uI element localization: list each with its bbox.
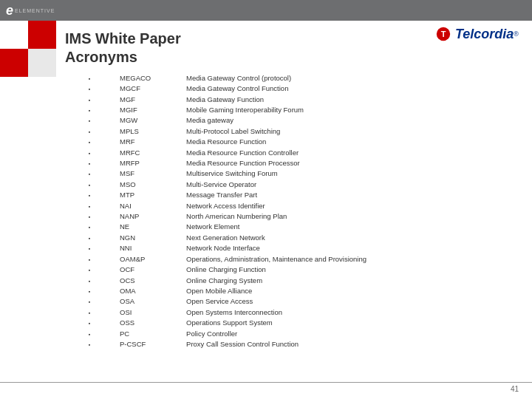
table-row: PCPolicy Controller — [65, 329, 517, 339]
bullet — [65, 83, 117, 94]
acronym-abbr: MSO — [117, 180, 183, 190]
acronym-abbr: MGCF — [117, 83, 183, 94]
logo-area: e elementive — [6, 3, 55, 18]
bullet — [65, 137, 117, 147]
acronym-abbr: NNI — [117, 244, 183, 254]
bullet — [65, 95, 117, 105]
table-row: MGIFMobile Gaming Interoperability Forum — [65, 105, 517, 115]
bullet — [65, 297, 117, 307]
table-row: MGCFMedia Gateway Control Function — [65, 83, 517, 94]
acronym-abbr: OSS — [117, 318, 183, 328]
acronym-abbr: PC — [117, 329, 183, 339]
acronym-definition: Online Charging Function — [183, 265, 517, 275]
logo-e-letter: e — [6, 3, 13, 18]
acronym-abbr: OSA — [117, 297, 183, 307]
acronym-definition: Operations Support System — [183, 318, 517, 328]
page-number: 41 — [511, 385, 519, 393]
acronym-abbr: OCS — [117, 276, 183, 286]
acronym-definition: Network Node Interface — [183, 244, 517, 254]
table-row: OAM&POperations, Administration, Mainten… — [65, 254, 517, 265]
table-row: OSIOpen Systems Interconnection — [65, 307, 517, 318]
acronym-definition: Policy Controller — [183, 329, 517, 339]
acronym-definition: Message Transfer Part — [183, 190, 517, 200]
acronym-abbr: MGF — [117, 95, 183, 105]
table-row: OSAOpen Service Access — [65, 297, 517, 307]
bullet — [65, 201, 117, 211]
table-row: MSOMulti-Service Operator — [65, 180, 517, 190]
bullet — [65, 276, 117, 286]
acronym-definition: Network Element — [183, 222, 517, 233]
acronym-definition: Proxy Call Session Control Function — [183, 339, 517, 349]
acronym-definition: Media Gateway Control (protocol) — [183, 73, 517, 83]
table-row: MRFCMedia Resource Function Controller — [65, 148, 517, 158]
red-block-bottom-left — [0, 49, 28, 77]
acronym-abbr: MEGACO — [117, 73, 183, 83]
table-row: NANPNorth American Numbering Plan — [65, 211, 517, 222]
acronym-definition: Open Mobile Alliance — [183, 286, 517, 296]
acronyms-table: MEGACOMedia Gateway Control (protocol)MG… — [65, 73, 517, 350]
acronym-definition: North American Numbering Plan — [183, 211, 517, 222]
acronym-abbr: OAM&P — [117, 254, 183, 265]
bullet — [65, 169, 117, 180]
bullet — [65, 329, 117, 339]
table-row: MGWMedia gateway — [65, 116, 517, 126]
acronym-definition: Operations, Administration, Maintenance … — [183, 254, 517, 265]
acronym-definition: Media Gateway Control Function — [183, 83, 517, 94]
bullet — [65, 180, 117, 190]
table-row: OSSOperations Support System — [65, 318, 517, 328]
red-block-bottom-right — [28, 49, 56, 77]
acronym-abbr: OMA — [117, 286, 183, 296]
bullet — [65, 222, 117, 233]
red-blocks-decoration — [0, 21, 58, 78]
acronym-definition: Mobile Gaming Interoperability Forum — [183, 105, 517, 115]
table-row: NENetwork Element — [65, 222, 517, 233]
acronym-abbr: OCF — [117, 265, 183, 275]
page-title-line2: Acronyms — [65, 49, 517, 66]
acronym-definition: Multiservice Switching Forum — [183, 169, 517, 180]
acronym-definition: Media Resource Function Processor — [183, 158, 517, 168]
table-row: MEGACOMedia Gateway Control (protocol) — [65, 73, 517, 83]
table-row: MPLSMulti-Protocol Label Switching — [65, 126, 517, 137]
bullet — [65, 318, 117, 328]
table-row: P-CSCFProxy Call Session Control Functio… — [65, 339, 517, 349]
acronym-definition: Next Generation Network — [183, 233, 517, 243]
acronym-definition: Media gateway — [183, 116, 517, 126]
acronym-definition: Open Systems Interconnection — [183, 307, 517, 318]
acronym-definition: Network Access Identifier — [183, 201, 517, 211]
acronym-abbr: MSF — [117, 169, 183, 180]
table-row: MGFMedia Gateway Function — [65, 95, 517, 105]
page-title-line1: IMS White Paper — [65, 30, 517, 47]
bullet — [65, 286, 117, 296]
table-row: NNINetwork Node Interface — [65, 244, 517, 254]
table-row: NGNNext Generation Network — [65, 233, 517, 243]
bullet — [65, 116, 117, 126]
bullet — [65, 190, 117, 200]
acronym-definition: Online Charging System — [183, 276, 517, 286]
bullet — [65, 158, 117, 168]
table-row: MTPMessage Transfer Part — [65, 190, 517, 200]
table-row: OCFOnline Charging Function — [65, 265, 517, 275]
acronym-definition: Multi-Protocol Label Switching — [183, 126, 517, 137]
top-bar: e elementive — [0, 0, 532, 21]
bullet — [65, 244, 117, 254]
acronym-abbr: NE — [117, 222, 183, 233]
table-row: MRFMedia Resource Function — [65, 137, 517, 147]
acronym-definition: Media Gateway Function — [183, 95, 517, 105]
acronym-abbr: MRFP — [117, 158, 183, 168]
acronym-abbr: MTP — [117, 190, 183, 200]
acronym-definition: Media Resource Function Controller — [183, 148, 517, 158]
bullet — [65, 211, 117, 222]
acronym-abbr: NANP — [117, 211, 183, 222]
acronym-abbr: NAI — [117, 201, 183, 211]
bottom-divider — [0, 382, 532, 383]
bullet — [65, 339, 117, 349]
bullet — [65, 265, 117, 275]
acronym-abbr: NGN — [117, 233, 183, 243]
acronym-abbr: MRF — [117, 137, 183, 147]
acronym-abbr: MGW — [117, 116, 183, 126]
table-row: MSFMultiservice Switching Forum — [65, 169, 517, 180]
acronym-abbr: P-CSCF — [117, 339, 183, 349]
acronym-abbr: MRFC — [117, 148, 183, 158]
acronym-definition: Open Service Access — [183, 297, 517, 307]
red-block-top-right — [28, 21, 56, 49]
